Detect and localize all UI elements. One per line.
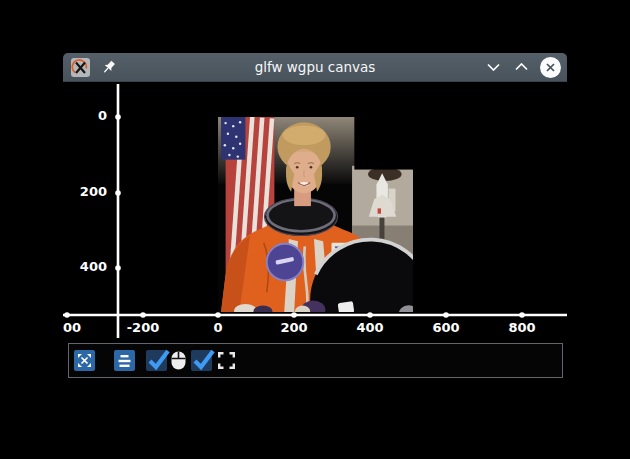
x-tick-label: 400 xyxy=(356,320,383,335)
pin-icon[interactable] xyxy=(101,59,117,75)
maximize-button[interactable] xyxy=(512,58,530,76)
titlebar[interactable]: glfw wgpu canvas xyxy=(63,53,567,82)
glfw-wgpu-window: glfw wgpu canvas xyxy=(63,53,567,380)
shade-button[interactable] xyxy=(484,58,502,76)
x-tick-label: -200 xyxy=(127,320,160,335)
checkmark-icon xyxy=(192,347,216,371)
y-tick-label: 200 xyxy=(63,184,107,199)
plot-canvas[interactable]: 00 -200 0 200 400 600 800 0 200 400 xyxy=(63,82,567,380)
checkmark-icon xyxy=(147,347,171,371)
close-icon xyxy=(546,63,555,72)
x-tick-label: 200 xyxy=(280,320,307,335)
app-menu-button[interactable] xyxy=(71,58,90,77)
chevron-down-icon xyxy=(487,63,500,71)
align-center-icon xyxy=(117,355,132,367)
expand-arrows-icon xyxy=(77,353,92,368)
x-tick-label: 600 xyxy=(432,320,459,335)
window-title: glfw wgpu canvas xyxy=(255,59,376,75)
autoscale-button[interactable] xyxy=(74,350,95,371)
maintain-aspect-checkbox[interactable] xyxy=(191,350,212,371)
mouse-icon xyxy=(171,351,186,370)
close-button[interactable] xyxy=(540,57,561,78)
glfw-logo-icon xyxy=(71,58,90,77)
y-tick-label: 0 xyxy=(63,108,107,123)
imgui-toolbar xyxy=(68,343,563,378)
astronaut-image[interactable] xyxy=(218,117,413,312)
center-scene-button[interactable] xyxy=(114,350,135,371)
x-tick-label: 0 xyxy=(213,320,222,335)
y-tick-label: 400 xyxy=(63,259,107,274)
controller-checkbox[interactable] xyxy=(146,350,167,371)
x-tick-label: 00 xyxy=(63,320,81,335)
fullscreen-brackets-icon xyxy=(218,352,235,369)
x-tick-label: 800 xyxy=(508,320,535,335)
chevron-up-icon xyxy=(515,63,528,71)
